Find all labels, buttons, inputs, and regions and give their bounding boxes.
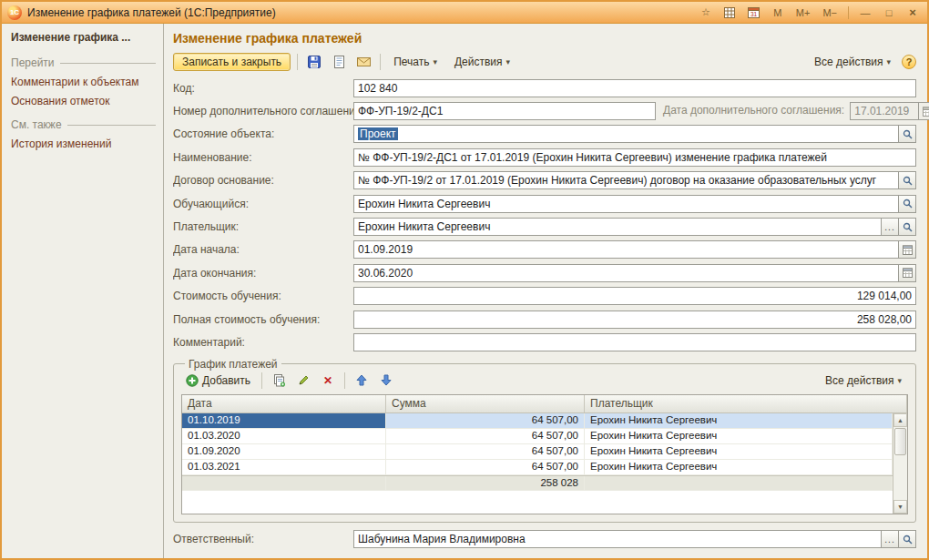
toolbar-separator <box>297 54 298 70</box>
table-body: 01.10.2019 64 507,00 Ерохин Никита Серге… <box>182 413 907 514</box>
print-label: Печать <box>393 56 429 68</box>
dots-label: ... <box>884 535 894 545</box>
comment-field[interactable] <box>353 333 916 351</box>
cell-sum[interactable]: 64 507,00 <box>386 413 585 428</box>
cost-field[interactable] <box>353 287 916 305</box>
date-start-field[interactable] <box>353 240 899 259</box>
choose-dots-button[interactable]: ... <box>882 530 899 548</box>
document-icon[interactable] <box>329 53 349 71</box>
add-row-button[interactable]: Добавить <box>181 372 255 389</box>
close-button[interactable]: × <box>903 5 922 21</box>
print-menu-button[interactable]: Печать▾ <box>387 53 444 71</box>
cell-sum[interactable]: 64 507,00 <box>386 444 585 459</box>
state-field[interactable]: Проект <box>353 125 899 143</box>
date-end-field[interactable] <box>353 264 899 282</box>
lookup-magnifier-icon[interactable] <box>899 171 916 189</box>
code-field[interactable] <box>353 79 916 97</box>
payment-schedule-group: График платежей Добавить ✕ <box>173 358 916 523</box>
toolbar-separator <box>344 372 345 389</box>
save-and-close-button[interactable]: Записать и закрыть <box>173 53 291 71</box>
student-field[interactable] <box>353 195 899 213</box>
all-actions-menu-button[interactable]: Все действия▾ <box>808 53 897 71</box>
field-row-agreement: Номер дополнительного соглашения: Дата д… <box>173 101 916 120</box>
cell-date[interactable]: 01.10.2019 <box>182 413 386 428</box>
field-row-responsible: Ответственный: ... <box>173 530 916 549</box>
lookup-magnifier-icon[interactable] <box>899 195 916 213</box>
cell-sum[interactable]: 64 507,00 <box>386 429 585 443</box>
favorites-star-icon[interactable]: ☆ <box>697 5 715 21</box>
table-row[interactable]: 01.09.2020 64 507,00 Ерохин Никита Серге… <box>182 444 893 460</box>
scrollbar-track[interactable] <box>893 456 907 500</box>
memory-button[interactable]: М <box>769 5 787 21</box>
lookup-magnifier-icon[interactable] <box>899 125 916 143</box>
sidebar-header-label: Перейти <box>11 56 55 69</box>
calendar-icon[interactable]: 31 <box>744 5 763 21</box>
save-icon[interactable] <box>304 53 324 71</box>
dots-label: ... <box>884 222 894 232</box>
cell-date[interactable]: 01.09.2020 <box>182 444 386 459</box>
total-sum-cell: 258 028 <box>386 476 585 490</box>
name-field[interactable] <box>353 148 916 167</box>
delete-row-icon[interactable]: ✕ <box>318 372 338 390</box>
cell-payer[interactable]: Ерохин Никита Сергеевич <box>585 429 893 443</box>
minimize-button[interactable]: — <box>856 5 874 21</box>
delete-x-glyph: ✕ <box>323 374 332 387</box>
agreement-number-field[interactable] <box>353 102 656 120</box>
column-header-sum[interactable]: Сумма <box>386 395 585 412</box>
scroll-up-icon[interactable]: ▲ <box>893 413 907 427</box>
payment-schedule-table: Дата Сумма Плательщик 01.10.2019 64 507,… <box>181 394 908 514</box>
agreement-date-field <box>850 102 919 120</box>
cell-date[interactable]: 01.03.2021 <box>182 460 386 474</box>
move-up-icon[interactable] <box>352 372 372 390</box>
field-row-cost: Стоимость обучения: <box>173 287 916 306</box>
memory-plus-button[interactable]: М+ <box>792 5 814 21</box>
scroll-down-icon[interactable]: ▼ <box>893 500 907 514</box>
mail-icon[interactable] <box>353 53 373 71</box>
table-row[interactable]: 01.03.2021 64 507,00 Ерохин Никита Серге… <box>182 460 893 475</box>
svg-text:31: 31 <box>750 11 758 17</box>
table-header: Дата Сумма Плательщик <box>182 395 907 413</box>
cell-sum[interactable]: 64 507,00 <box>386 460 585 474</box>
choose-dots-button[interactable]: ... <box>882 218 899 236</box>
sidebar-link-history[interactable]: История изменений <box>11 137 156 150</box>
responsible-field[interactable] <box>353 530 882 548</box>
sidebar-link-grounds[interactable]: Основания отметок <box>11 95 156 107</box>
sidebar-link-comments[interactable]: Комментарии к объектам <box>11 76 156 88</box>
contract-field[interactable] <box>353 171 899 189</box>
column-header-date[interactable]: Дата <box>182 395 386 412</box>
all-actions-label: Все действия <box>814 56 883 68</box>
table-row[interactable]: 01.03.2020 64 507,00 Ерохин Никита Серге… <box>182 429 893 444</box>
cost-label: Стоимость обучения: <box>173 290 353 302</box>
payer-field[interactable] <box>353 218 882 236</box>
maximize-button[interactable]: □ <box>880 5 898 21</box>
move-down-icon[interactable] <box>376 372 396 390</box>
cell-payer[interactable]: Ерохин Никита Сергеевич <box>585 444 893 459</box>
table-row[interactable]: 01.10.2019 64 507,00 Ерохин Никита Серге… <box>182 413 893 429</box>
cell-payer[interactable]: Ерохин Никита Сергеевич <box>585 460 893 474</box>
calendar-picker-icon[interactable] <box>899 264 916 282</box>
help-button[interactable]: ? <box>902 55 916 69</box>
table-empty-area <box>182 491 893 514</box>
table-icon[interactable] <box>720 5 739 21</box>
cell-payer[interactable]: Ерохин Никита Сергеевич <box>585 413 893 428</box>
edit-pencil-icon[interactable] <box>293 372 313 390</box>
payer-label: Плательщик: <box>173 220 353 233</box>
table-rows: 01.10.2019 64 507,00 Ерохин Никита Серге… <box>182 413 893 514</box>
actions-menu-button[interactable]: Действия▾ <box>448 53 516 71</box>
agreement-date-label: Дата дополнительного соглашения: <box>656 102 850 120</box>
memory-minus-button[interactable]: М− <box>819 5 841 21</box>
lookup-magnifier-icon[interactable] <box>899 218 916 236</box>
main-toolbar: Записать и закрыть Печать▾ Действия▾ <box>173 53 916 71</box>
column-header-payer[interactable]: Плательщик <box>585 395 907 412</box>
sidebar-section-see-also: См. также История изменений <box>11 118 156 150</box>
scrollbar-thumb[interactable] <box>894 428 906 455</box>
full-cost-field[interactable] <box>353 311 916 329</box>
copy-row-icon[interactable] <box>269 372 289 390</box>
cell-date[interactable]: 01.03.2020 <box>182 429 386 443</box>
schedule-all-actions-button[interactable]: Все действия▾ <box>819 372 908 390</box>
lookup-magnifier-icon[interactable] <box>899 530 916 548</box>
calendar-picker-icon[interactable] <box>899 240 916 259</box>
table-scrollbar[interactable]: ▲ ▼ <box>893 413 907 514</box>
sidebar-header-see-also: См. также <box>11 118 156 131</box>
sidebar-header-goto: Перейти <box>11 56 156 69</box>
